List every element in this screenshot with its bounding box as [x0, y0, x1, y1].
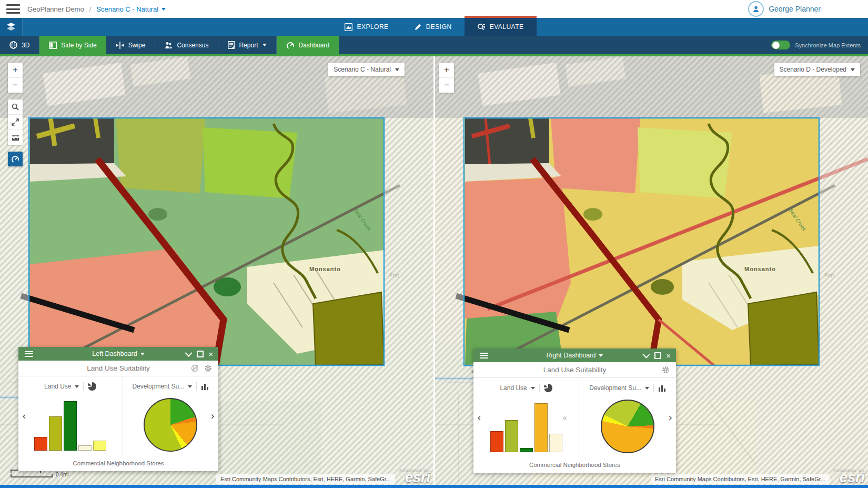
esri-logo: POWERED BY esri — [834, 469, 865, 485]
measure-button[interactable] — [8, 130, 23, 145]
dashboard-subtitle: Land Use Suitability — [18, 364, 218, 372]
bar-segment — [93, 441, 106, 451]
globe-disabled-icon[interactable] — [191, 364, 199, 372]
swipe-label: Swipe — [128, 42, 146, 49]
land-use-selector[interactable]: Land Use — [44, 383, 79, 390]
pie-chart-icon[interactable] — [544, 384, 552, 392]
layers-button[interactable] — [0, 18, 23, 36]
close-icon[interactable]: × — [666, 352, 671, 360]
dashboard-menu-icon[interactable] — [480, 353, 488, 358]
report-button[interactable]: Report — [218, 36, 276, 54]
right-map[interactable]: Monsanto Seal Creek Port + − Scenario D … — [435, 56, 868, 485]
right-map-tools: + − — [439, 63, 454, 93]
right-dashboard-subheader: Land Use Suitability — [473, 362, 676, 378]
next-page-icon[interactable]: › — [210, 410, 215, 422]
left-map-tools: + − — [8, 63, 23, 166]
evaluate-toolbar: 3D Side by Side Swipe Consensus Report D… — [0, 36, 868, 54]
bar-segment — [34, 437, 47, 451]
bar-segment — [534, 403, 548, 452]
right-dashboard-header[interactable]: Right Dashboard × — [473, 348, 676, 362]
swipe-button[interactable]: Swipe — [106, 36, 156, 54]
search-icon — [12, 103, 19, 111]
bar-chart-icon[interactable] — [658, 384, 666, 392]
dashboard-caption: Commercial Neighborhood Stores — [473, 457, 676, 473]
tab-explore[interactable]: EXPLORE — [332, 18, 401, 36]
side-by-side-label: Side by Side — [61, 42, 96, 49]
zoom-in-button[interactable]: + — [8, 63, 23, 78]
sync-extents-toggle[interactable] — [771, 41, 790, 49]
explore-icon — [345, 23, 352, 31]
consensus-icon — [165, 42, 173, 49]
left-scenario-label: Scenario C - Natural — [334, 66, 391, 73]
maximize-icon[interactable] — [654, 352, 661, 359]
bar-segment — [505, 420, 518, 452]
menu-icon[interactable] — [6, 4, 20, 14]
dashboard-menu-icon[interactable] — [25, 351, 33, 357]
chevron-down-icon — [162, 8, 166, 11]
dashboard-subtitle: Land Use Suitability — [473, 366, 676, 374]
3d-label: 3D — [22, 42, 29, 49]
gauge-icon — [286, 42, 295, 49]
map-container: Monsanto Seal Creek Port + − — [0, 54, 868, 485]
page-back-icon[interactable]: « — [562, 413, 568, 423]
side-by-side-button[interactable]: Side by Side — [39, 36, 106, 54]
3d-button[interactable]: 3D — [0, 36, 39, 54]
user-name: George Planner — [769, 5, 821, 13]
collapse-icon[interactable] — [643, 351, 650, 358]
map-dashboard-button[interactable] — [8, 152, 23, 166]
avatar — [748, 1, 764, 17]
globe-icon — [9, 41, 17, 49]
attribution-text: Esri Community Maps Contributors, Esri, … — [651, 474, 830, 484]
right-dashboard-title: Right Dashboard — [547, 352, 596, 359]
gear-icon[interactable] — [204, 364, 212, 372]
tab-design[interactable]: DESIGN — [401, 18, 465, 36]
land-use-bar-chart — [487, 401, 566, 452]
chevron-down-icon — [140, 353, 145, 355]
development-suitability-selector[interactable]: Development Su... — [132, 383, 192, 390]
right-scenario-selector[interactable]: Scenario D - Developed — [774, 63, 860, 76]
zoom-out-button[interactable]: − — [439, 78, 454, 93]
zoom-out-button[interactable]: − — [8, 78, 23, 93]
development-suitability-widget: Development Su... — [579, 378, 676, 457]
development-suitability-widget: Development Su... — [123, 376, 218, 455]
left-dashboard-panel: Left Dashboard × Land Use Suitability ‹ — [18, 347, 218, 471]
breadcrumb-separator: / — [89, 5, 92, 13]
pencil-icon — [414, 23, 422, 31]
left-map[interactable]: Monsanto Seal Creek Port + − — [0, 56, 433, 485]
bottom-accent-bar — [0, 485, 868, 488]
left-dashboard-title: Left Dashboard — [92, 350, 137, 357]
maximize-icon[interactable] — [197, 351, 204, 357]
bar-segment — [549, 434, 562, 452]
land-use-widget: Land Use — [18, 376, 123, 455]
search-button[interactable] — [8, 99, 23, 115]
dashboard-button[interactable]: Dashboard — [277, 36, 339, 54]
tab-design-label: DESIGN — [426, 23, 452, 31]
zoom-in-button[interactable]: + — [439, 63, 454, 78]
collapse-icon[interactable] — [185, 350, 193, 357]
user-menu[interactable]: George Planner — [748, 1, 821, 17]
next-page-icon[interactable]: › — [668, 412, 672, 423]
sync-extents-label: Synchronize Map Extents — [795, 42, 861, 48]
left-scenario-selector[interactable]: Scenario C - Natural — [328, 63, 405, 76]
bar-segment — [490, 431, 503, 452]
development-suitability-selector[interactable]: Development Su... — [589, 384, 649, 392]
full-extent-button[interactable] — [8, 115, 23, 130]
left-dashboard-header[interactable]: Left Dashboard × — [18, 347, 218, 361]
consensus-button[interactable]: Consensus — [155, 36, 218, 54]
map-label-monsanto: Monsanto — [744, 266, 776, 272]
tab-evaluate-label: EVALUATE — [490, 23, 524, 31]
report-label: Report — [239, 42, 258, 49]
right-map-attribution: Esri Community Maps Contributors, Esri, … — [651, 469, 868, 485]
right-scenario-label: Scenario D - Developed — [780, 66, 846, 73]
scale-mi-label: 0.4mi — [56, 472, 68, 477]
gear-icon[interactable] — [662, 366, 670, 374]
breadcrumb-app-title: GeoPlanner Demo — [27, 5, 84, 13]
close-icon[interactable]: × — [208, 350, 213, 358]
land-use-selector[interactable]: Land Use — [500, 384, 534, 392]
chevron-down-icon — [263, 44, 267, 46]
attribution-text: Esri Community Maps Contributors, Esri, … — [216, 474, 395, 484]
breadcrumb-scenario-dropdown[interactable]: Scenario C - Natural — [96, 5, 166, 13]
pie-chart-icon[interactable] — [88, 382, 96, 391]
bar-chart-icon[interactable] — [201, 383, 209, 390]
tab-evaluate[interactable]: EVALUATE — [465, 16, 537, 36]
